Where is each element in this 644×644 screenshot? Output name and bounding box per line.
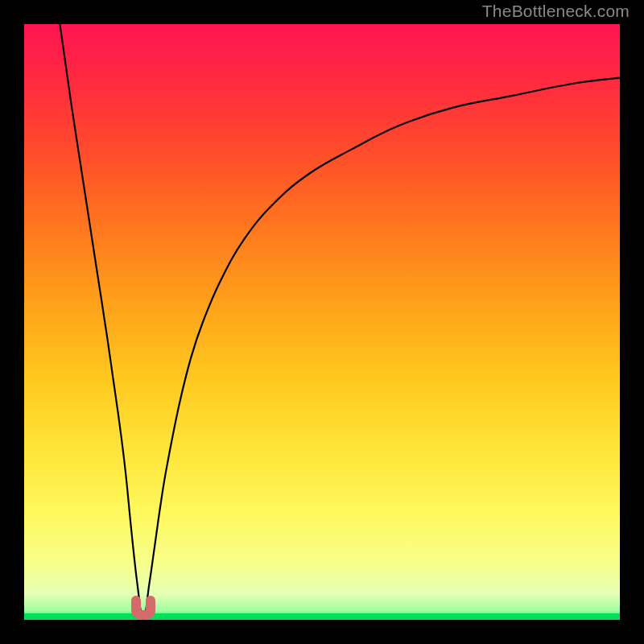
green-band — [24, 613, 620, 620]
plot-svg — [24, 24, 620, 620]
gradient-background — [24, 24, 620, 620]
outer-frame: TheBottleneck.com — [0, 0, 644, 644]
plot-area — [24, 24, 620, 620]
watermark-label: TheBottleneck.com — [482, 2, 630, 21]
